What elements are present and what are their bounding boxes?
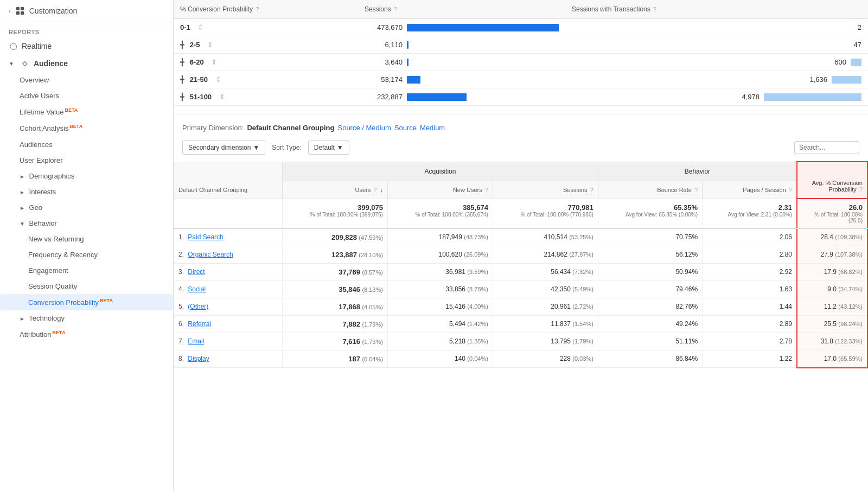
sidebar-top: ‹ Customization [0, 0, 173, 22]
row-sessions: 228 (0.03%) [493, 350, 598, 368]
primary-dim-source[interactable]: Source [394, 124, 417, 132]
row-number: 7. [178, 337, 184, 345]
bounce-rate-help-icon[interactable]: ? [694, 187, 698, 193]
secondary-dimension-dropdown[interactable]: Secondary dimension ▼ [182, 141, 265, 155]
new-users-help-icon[interactable]: ? [485, 187, 488, 193]
sort-type-dropdown[interactable]: Default ▼ [308, 141, 349, 155]
row-new-users: 140 (0.04%) [387, 350, 493, 368]
row-bounce-rate: 56.12% [598, 246, 702, 264]
top-row-transactions: 47 [565, 36, 868, 54]
expand-plus[interactable]: ╋ [180, 75, 184, 84]
conv-prob-help-icon[interactable]: ? [256, 6, 259, 12]
sessions-col-help-icon[interactable]: ? [590, 187, 593, 193]
top-row-range: 0-1 ⇕ [174, 19, 358, 36]
sidebar-item-realtime[interactable]: ◯ Realtime [0, 37, 173, 55]
sidebar-item-frequency-recency[interactable]: Frequency & Recency [0, 247, 173, 263]
th-bounce-rate: Bounce Rate ? [598, 181, 702, 199]
users-sort-icon[interactable]: ↓ [380, 187, 383, 193]
th-acquisition: Acquisition [283, 162, 598, 181]
top-table-row: ╋ 6-20 ⇕ 3,640 600 [174, 54, 868, 71]
row-new-users: 5,218 (1.35%) [387, 333, 493, 350]
sidebar-item-session-quality[interactable]: Session Quality [0, 278, 173, 294]
search-input[interactable] [794, 141, 859, 154]
users-help-icon[interactable]: ? [373, 187, 376, 193]
row-pages-session: 2.06 [703, 228, 797, 246]
row-sessions: 13,795 (1.79%) [493, 333, 598, 350]
sidebar-item-technology[interactable]: ► Technology [0, 310, 173, 326]
row-users: 187 (0.04%) [283, 350, 388, 368]
row-channel: 3. Direct [174, 264, 283, 281]
top-row-sessions: 473,670 [358, 19, 565, 36]
sidebar-item-geo[interactable]: ► Geo [0, 200, 173, 215]
sess-trans-help-icon[interactable]: ? [653, 6, 656, 12]
channel-link[interactable]: Referral [188, 320, 211, 328]
top-row-sessions: 3,640 [358, 54, 565, 71]
expand-plus[interactable]: ╋ [180, 93, 184, 101]
row-bounce-rate: 82.76% [598, 298, 702, 316]
primary-dim-active[interactable]: Default Channel Grouping [247, 124, 334, 132]
sessions-help-icon[interactable]: ? [394, 6, 397, 12]
realtime-label: Realtime [22, 42, 52, 50]
th-sessions: Sessions ? [493, 181, 598, 199]
main-data-table: Default Channel Grouping Acquisition Beh… [174, 161, 868, 368]
totals-users: 399,075 % of Total: 100.00% (399,075) [283, 199, 388, 228]
sidebar-item-new-vs-returning[interactable]: New vs Returning [0, 231, 173, 247]
row-bounce-rate: 50.94% [598, 264, 702, 281]
sidebar-item-conversion-probability[interactable]: Conversion ProbabilityBETA [0, 294, 173, 310]
totals-new-users: 385,674 % of Total: 100.00% (385,674) [387, 199, 493, 228]
top-table-row: 0-1 ⇕ 473,670 2 [174, 19, 868, 36]
totals-row: 399,075 % of Total: 100.00% (399,075) 38… [174, 199, 868, 228]
row-new-users: 36,981 (9.59%) [387, 264, 493, 281]
row-number: 1. [178, 233, 184, 241]
sidebar-item-active-users[interactable]: Active Users [0, 88, 173, 104]
collapse-icon[interactable]: ‹ [9, 8, 11, 14]
channel-link[interactable]: Organic Search [188, 251, 233, 258]
channel-link[interactable]: Display [188, 355, 209, 362]
channel-link[interactable]: Social [188, 285, 206, 293]
sidebar-item-interests[interactable]: ► Interests [0, 184, 173, 200]
row-new-users: 33,856 (8.78%) [387, 281, 493, 298]
primary-dim-label: Primary Dimension: [182, 124, 244, 132]
top-summary-table: % Conversion Probability ? Sessions ? Se… [174, 0, 868, 106]
sidebar-item-overview[interactable]: Overview [0, 72, 173, 88]
col-header-sessions-transactions: Sessions with Transactions ? [565, 0, 868, 19]
row-avg-conv: 27.9 (107.38%) [797, 246, 867, 264]
channel-link[interactable]: Paid Search [188, 233, 223, 241]
sidebar-item-behavior[interactable]: ▼ Behavior [0, 215, 173, 231]
expand-plus[interactable]: ╋ [180, 58, 184, 66]
sidebar-item-audiences[interactable]: Audiences [0, 137, 173, 152]
top-table-row: ╋ 51-100 ⇕ 232,887 4,978 [174, 88, 868, 106]
pages-session-help-icon[interactable]: ? [789, 187, 792, 193]
sidebar-item-attribution[interactable]: AttributionBETA [0, 326, 173, 342]
drag-icon: ⇕ [211, 58, 217, 66]
table-row: 7. Email 7,616 (1.73%) 5,218 (1.35%) 13,… [174, 333, 868, 350]
th-pages-session: Pages / Session ? [703, 181, 797, 199]
channel-link[interactable]: Direct [188, 268, 205, 276]
customization-title: Customization [29, 7, 78, 15]
primary-dim-source-medium[interactable]: Source / Medium [337, 124, 391, 132]
sidebar-item-audience[interactable]: ▼ ◇ Audience [0, 55, 173, 72]
expand-plus[interactable]: ╋ [180, 41, 184, 49]
drag-icon: ⇕ [215, 75, 221, 84]
channel-link[interactable]: (Other) [188, 303, 208, 310]
sidebar-item-engagement[interactable]: Engagement [0, 263, 173, 278]
top-row-sessions: 232,887 [358, 88, 565, 106]
sort-dropdown-arrow-icon: ▼ [337, 144, 343, 151]
row-pages-session: 1.44 [703, 298, 797, 316]
sidebar-item-demographics[interactable]: ► Demographics [0, 168, 173, 184]
table-row: 5. (Other) 17,868 (4.05%) 15,416 (4.00%)… [174, 298, 868, 316]
top-row-transactions: 600 [565, 54, 868, 71]
top-table-row: ╋ 21-50 ⇕ 53,174 1,636 [174, 71, 868, 88]
sidebar: ‹ Customization REPORTS ◯ Realtime ▼ ◇ A… [0, 0, 174, 491]
primary-dim-medium[interactable]: Medium [420, 124, 445, 132]
sidebar-item-user-explorer[interactable]: User Explorer [0, 152, 173, 168]
row-bounce-rate: 70.75% [598, 228, 702, 246]
sidebar-item-lifetime-value[interactable]: Lifetime ValueBETA [0, 104, 173, 120]
sort-type-label: Sort Type: [272, 144, 301, 151]
channel-link[interactable]: Email [188, 337, 204, 345]
avg-conv-help-icon[interactable]: ? [859, 186, 863, 193]
sidebar-item-cohort-analysis[interactable]: Cohort AnalysisBETA [0, 120, 173, 136]
row-users: 17,868 (4.05%) [283, 298, 388, 316]
reports-label: REPORTS [0, 22, 173, 37]
grid-icon [16, 7, 24, 15]
